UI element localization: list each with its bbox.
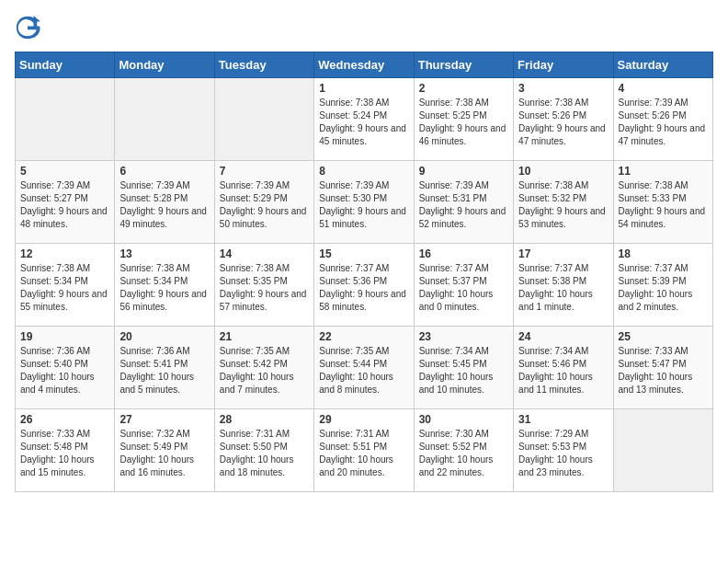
- page-header: [15, 15, 713, 40]
- calendar-table: SundayMondayTuesdayWednesdayThursdayFrid…: [15, 52, 713, 492]
- day-info: Sunrise: 7:29 AM Sunset: 5:53 PM Dayligh…: [518, 428, 608, 479]
- day-info: Sunrise: 7:38 AM Sunset: 5:34 PM Dayligh…: [119, 262, 209, 314]
- day-info: Sunrise: 7:38 AM Sunset: 5:32 PM Dayligh…: [518, 179, 608, 231]
- calendar-cell: 19Sunrise: 7:36 AM Sunset: 5:40 PM Dayli…: [16, 327, 115, 409]
- day-number: 2: [419, 82, 508, 95]
- calendar-cell: 31Sunrise: 7:29 AM Sunset: 5:53 PM Dayli…: [514, 409, 613, 492]
- calendar-cell: 15Sunrise: 7:37 AM Sunset: 5:36 PM Dayli…: [314, 244, 414, 327]
- day-info: Sunrise: 7:31 AM Sunset: 5:50 PM Dayligh…: [220, 428, 309, 479]
- calendar-cell: 14Sunrise: 7:38 AM Sunset: 5:35 PM Dayli…: [214, 244, 313, 327]
- day-number: 3: [518, 82, 608, 95]
- calendar-cell: 3Sunrise: 7:38 AM Sunset: 5:26 PM Daylig…: [514, 78, 613, 161]
- day-header-tuesday: Tuesday: [214, 52, 313, 78]
- day-number: 18: [619, 247, 708, 260]
- calendar-cell: 1Sunrise: 7:38 AM Sunset: 5:24 PM Daylig…: [314, 78, 414, 161]
- calendar-header: SundayMondayTuesdayWednesdayThursdayFrid…: [16, 52, 713, 78]
- calendar-cell: 8Sunrise: 7:39 AM Sunset: 5:30 PM Daylig…: [314, 161, 414, 244]
- calendar-cell: 26Sunrise: 7:33 AM Sunset: 5:48 PM Dayli…: [16, 409, 115, 492]
- day-number: 29: [319, 413, 408, 426]
- day-info: Sunrise: 7:38 AM Sunset: 5:25 PM Dayligh…: [419, 97, 508, 148]
- calendar-cell: 16Sunrise: 7:37 AM Sunset: 5:37 PM Dayli…: [414, 244, 513, 327]
- day-info: Sunrise: 7:39 AM Sunset: 5:26 PM Dayligh…: [619, 97, 708, 148]
- calendar-cell: 29Sunrise: 7:31 AM Sunset: 5:51 PM Dayli…: [314, 409, 414, 492]
- day-header-row: SundayMondayTuesdayWednesdayThursdayFrid…: [16, 52, 713, 78]
- calendar-cell: [115, 78, 214, 161]
- day-info: Sunrise: 7:34 AM Sunset: 5:45 PM Dayligh…: [419, 345, 508, 396]
- day-number: 21: [220, 330, 309, 343]
- calendar-body: 1Sunrise: 7:38 AM Sunset: 5:24 PM Daylig…: [16, 78, 713, 492]
- day-info: Sunrise: 7:36 AM Sunset: 5:40 PM Dayligh…: [20, 345, 109, 396]
- calendar-cell: 28Sunrise: 7:31 AM Sunset: 5:50 PM Dayli…: [214, 409, 313, 492]
- day-number: 24: [518, 330, 608, 343]
- day-number: 30: [419, 413, 508, 426]
- day-number: 20: [119, 330, 209, 343]
- day-info: Sunrise: 7:39 AM Sunset: 5:27 PM Dayligh…: [20, 179, 109, 231]
- calendar-cell: 18Sunrise: 7:37 AM Sunset: 5:39 PM Dayli…: [613, 244, 712, 327]
- calendar-cell: 22Sunrise: 7:35 AM Sunset: 5:44 PM Dayli…: [314, 327, 414, 409]
- day-info: Sunrise: 7:39 AM Sunset: 5:31 PM Dayligh…: [419, 179, 508, 231]
- day-number: 17: [518, 247, 608, 260]
- day-number: 10: [518, 165, 608, 178]
- calendar-cell: [613, 409, 712, 492]
- day-header-wednesday: Wednesday: [314, 52, 414, 78]
- week-row-1: 1Sunrise: 7:38 AM Sunset: 5:24 PM Daylig…: [16, 78, 713, 161]
- day-number: 8: [319, 165, 408, 178]
- calendar-cell: 11Sunrise: 7:38 AM Sunset: 5:33 PM Dayli…: [613, 161, 712, 244]
- day-number: 5: [20, 165, 109, 178]
- day-info: Sunrise: 7:32 AM Sunset: 5:49 PM Dayligh…: [119, 428, 209, 479]
- day-info: Sunrise: 7:39 AM Sunset: 5:30 PM Dayligh…: [319, 179, 408, 231]
- day-number: 19: [20, 330, 109, 343]
- calendar-cell: 30Sunrise: 7:30 AM Sunset: 5:52 PM Dayli…: [414, 409, 513, 492]
- calendar-cell: [214, 78, 313, 161]
- calendar-cell: 6Sunrise: 7:39 AM Sunset: 5:28 PM Daylig…: [115, 161, 214, 244]
- logo: [15, 15, 44, 40]
- day-info: Sunrise: 7:39 AM Sunset: 5:29 PM Dayligh…: [220, 179, 309, 231]
- logo-icon: [15, 15, 40, 40]
- day-number: 7: [220, 165, 309, 178]
- calendar-cell: 21Sunrise: 7:35 AM Sunset: 5:42 PM Dayli…: [214, 327, 313, 409]
- day-header-saturday: Saturday: [613, 52, 712, 78]
- day-info: Sunrise: 7:38 AM Sunset: 5:24 PM Dayligh…: [319, 97, 408, 148]
- day-number: 11: [619, 165, 708, 178]
- day-info: Sunrise: 7:35 AM Sunset: 5:44 PM Dayligh…: [319, 345, 408, 396]
- day-info: Sunrise: 7:39 AM Sunset: 5:28 PM Dayligh…: [119, 179, 209, 231]
- calendar-cell: 7Sunrise: 7:39 AM Sunset: 5:29 PM Daylig…: [214, 161, 313, 244]
- calendar-cell: 20Sunrise: 7:36 AM Sunset: 5:41 PM Dayli…: [115, 327, 214, 409]
- day-info: Sunrise: 7:34 AM Sunset: 5:46 PM Dayligh…: [518, 345, 608, 396]
- calendar-cell: 24Sunrise: 7:34 AM Sunset: 5:46 PM Dayli…: [514, 327, 613, 409]
- day-number: 26: [20, 413, 109, 426]
- day-header-sunday: Sunday: [16, 52, 115, 78]
- calendar-cell: 12Sunrise: 7:38 AM Sunset: 5:34 PM Dayli…: [16, 244, 115, 327]
- week-row-3: 12Sunrise: 7:38 AM Sunset: 5:34 PM Dayli…: [16, 244, 713, 327]
- calendar-cell: 4Sunrise: 7:39 AM Sunset: 5:26 PM Daylig…: [613, 78, 712, 161]
- day-info: Sunrise: 7:38 AM Sunset: 5:35 PM Dayligh…: [220, 262, 309, 314]
- day-number: 28: [220, 413, 309, 426]
- week-row-2: 5Sunrise: 7:39 AM Sunset: 5:27 PM Daylig…: [16, 161, 713, 244]
- calendar-cell: 9Sunrise: 7:39 AM Sunset: 5:31 PM Daylig…: [414, 161, 513, 244]
- day-number: 27: [119, 413, 209, 426]
- day-info: Sunrise: 7:30 AM Sunset: 5:52 PM Dayligh…: [419, 428, 508, 479]
- day-info: Sunrise: 7:37 AM Sunset: 5:36 PM Dayligh…: [319, 262, 408, 314]
- calendar-cell: 27Sunrise: 7:32 AM Sunset: 5:49 PM Dayli…: [115, 409, 214, 492]
- day-header-thursday: Thursday: [414, 52, 513, 78]
- day-info: Sunrise: 7:37 AM Sunset: 5:38 PM Dayligh…: [518, 262, 608, 314]
- day-number: 31: [518, 413, 608, 426]
- week-row-5: 26Sunrise: 7:33 AM Sunset: 5:48 PM Dayli…: [16, 409, 713, 492]
- day-number: 15: [319, 247, 408, 260]
- day-number: 14: [220, 247, 309, 260]
- day-info: Sunrise: 7:31 AM Sunset: 5:51 PM Dayligh…: [319, 428, 408, 479]
- week-row-4: 19Sunrise: 7:36 AM Sunset: 5:40 PM Dayli…: [16, 327, 713, 409]
- day-header-friday: Friday: [514, 52, 613, 78]
- calendar-cell: 17Sunrise: 7:37 AM Sunset: 5:38 PM Dayli…: [514, 244, 613, 327]
- day-info: Sunrise: 7:37 AM Sunset: 5:37 PM Dayligh…: [419, 262, 508, 314]
- day-number: 6: [119, 165, 209, 178]
- day-number: 16: [419, 247, 508, 260]
- day-info: Sunrise: 7:33 AM Sunset: 5:48 PM Dayligh…: [20, 428, 109, 479]
- day-number: 9: [419, 165, 508, 178]
- day-number: 1: [319, 82, 408, 95]
- calendar-cell: 2Sunrise: 7:38 AM Sunset: 5:25 PM Daylig…: [414, 78, 513, 161]
- calendar-cell: 23Sunrise: 7:34 AM Sunset: 5:45 PM Dayli…: [414, 327, 513, 409]
- calendar-cell: 5Sunrise: 7:39 AM Sunset: 5:27 PM Daylig…: [16, 161, 115, 244]
- calendar-cell: 10Sunrise: 7:38 AM Sunset: 5:32 PM Dayli…: [514, 161, 613, 244]
- day-info: Sunrise: 7:38 AM Sunset: 5:33 PM Dayligh…: [619, 179, 708, 231]
